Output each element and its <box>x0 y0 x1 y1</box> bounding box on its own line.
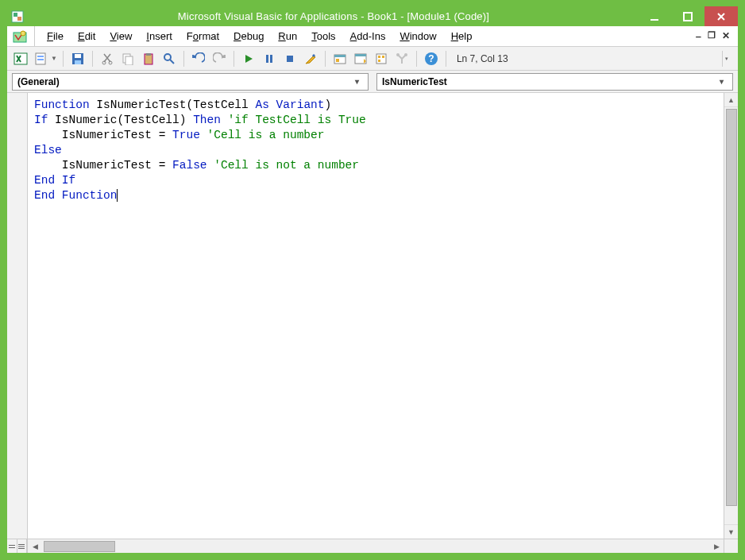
toolbar-separator <box>63 51 64 67</box>
scroll-right-arrow-icon[interactable]: ▶ <box>709 539 724 553</box>
chevron-down-icon: ▾ <box>350 77 363 86</box>
insert-module-button[interactable] <box>33 50 50 68</box>
properties-window-button[interactable] <box>352 50 369 68</box>
svg-rect-40 <box>18 546 25 546</box>
scroll-corner <box>724 539 738 553</box>
redo-button[interactable] <box>210 50 228 68</box>
toolbar-separator <box>234 51 234 67</box>
svg-rect-17 <box>125 56 133 65</box>
svg-rect-30 <box>378 56 380 58</box>
toolbar-separator <box>416 51 417 67</box>
svg-rect-21 <box>266 55 268 63</box>
svg-point-34 <box>404 53 407 56</box>
window-title: Microsoft Visual Basic for Applications … <box>29 10 638 22</box>
svg-rect-38 <box>9 547 15 548</box>
svg-rect-4 <box>684 13 692 21</box>
svg-rect-19 <box>146 53 151 56</box>
mdi-restore-button[interactable]: ❐ <box>708 30 716 42</box>
menu-view[interactable]: View <box>103 29 138 44</box>
procedure-dropdown[interactable]: IsNumericTest ▾ <box>376 73 733 91</box>
reset-button[interactable] <box>281 50 299 68</box>
scroll-left-arrow-icon[interactable]: ◀ <box>28 539 42 553</box>
procedure-view-button[interactable] <box>7 539 17 553</box>
svg-rect-22 <box>270 55 272 63</box>
menu-file[interactable]: File <box>41 29 70 44</box>
menu-addins[interactable]: Add-Ins <box>344 29 392 44</box>
svg-rect-10 <box>37 59 44 60</box>
find-button[interactable] <box>160 50 178 68</box>
svg-rect-41 <box>18 548 25 549</box>
svg-rect-39 <box>18 544 25 545</box>
window-controls <box>638 6 738 26</box>
scroll-down-arrow-icon[interactable]: ▼ <box>724 524 738 539</box>
object-dropdown-value: (General) <box>17 76 60 87</box>
menu-edit[interactable]: Edit <box>71 29 102 44</box>
object-browser-button[interactable] <box>372 50 390 68</box>
svg-rect-3 <box>650 19 658 21</box>
mdi-minimize-button[interactable]: – <box>696 30 701 42</box>
undo-button[interactable] <box>190 50 207 68</box>
maximize-button[interactable] <box>671 6 704 26</box>
svg-rect-28 <box>355 54 366 56</box>
margin-indicator-bar[interactable] <box>7 93 28 553</box>
design-mode-button[interactable] <box>302 50 319 68</box>
toolbar-separator <box>183 51 184 67</box>
cut-button[interactable] <box>98 50 116 68</box>
vertical-scrollbar[interactable]: ▲ ▼ <box>724 93 738 539</box>
horizontal-scroll-thumb[interactable] <box>44 541 115 552</box>
code-viewport: Function IsNumericTest(TestCell As Varia… <box>28 93 738 553</box>
svg-rect-29 <box>376 54 386 64</box>
mdi-controls: – ❐ ✕ <box>696 30 733 42</box>
paste-button[interactable] <box>140 50 157 68</box>
chevron-down-icon: ▾ <box>715 77 728 86</box>
svg-rect-9 <box>37 56 44 57</box>
svg-rect-12 <box>75 54 81 58</box>
break-button[interactable] <box>261 50 278 68</box>
svg-rect-1 <box>14 13 17 17</box>
svg-point-33 <box>396 53 400 56</box>
project-explorer-button[interactable] <box>331 50 349 68</box>
toolbar-tail: ▾ <box>722 51 733 67</box>
menu-insert[interactable]: Insert <box>140 29 179 44</box>
copy-button[interactable] <box>119 50 137 68</box>
procedure-dropdown-value: IsNumericTest <box>382 76 447 87</box>
svg-point-6 <box>21 31 25 36</box>
close-button[interactable] <box>704 6 738 26</box>
svg-rect-25 <box>334 55 345 57</box>
menu-separator <box>34 26 37 46</box>
toolbox-button[interactable] <box>393 50 411 68</box>
cursor-position-label: Ln 7, Col 13 <box>457 53 508 64</box>
menu-tools[interactable]: Tools <box>305 29 342 44</box>
full-module-view-button[interactable] <box>17 539 28 553</box>
minimize-button[interactable] <box>638 6 671 26</box>
titlebar: Microsoft Visual Basic for Applications … <box>7 6 738 26</box>
code-editor[interactable]: Function IsNumericTest(TestCell As Varia… <box>28 93 724 539</box>
run-button[interactable] <box>240 50 257 68</box>
vertical-scroll-thumb[interactable] <box>726 109 737 506</box>
menu-format[interactable]: Format <box>180 29 226 44</box>
toolbar-overflow-button[interactable]: ▾ <box>722 51 730 67</box>
save-button[interactable] <box>69 50 87 68</box>
menu-run[interactable]: Run <box>272 29 303 44</box>
menu-debug[interactable]: Debug <box>227 29 270 44</box>
vba-icon <box>10 10 25 24</box>
code-selectors: (General) ▾ IsNumericTest ▾ <box>7 71 738 93</box>
svg-rect-31 <box>382 56 384 58</box>
dropdown-arrow-icon[interactable]: ▼ <box>51 55 57 62</box>
toolbar: ▼ <box>7 47 738 71</box>
horizontal-scrollbar[interactable]: ◀ ▶ <box>28 539 724 553</box>
toolbar-separator <box>92 51 93 67</box>
help-button[interactable]: ? <box>423 50 440 68</box>
svg-rect-2 <box>17 17 21 21</box>
mdi-close-button[interactable]: ✕ <box>722 30 730 42</box>
menu-window[interactable]: Window <box>393 29 442 44</box>
toolbar-separator <box>325 51 326 67</box>
object-dropdown[interactable]: (General) ▾ <box>12 73 369 91</box>
view-excel-button[interactable] <box>12 50 29 68</box>
scroll-up-arrow-icon[interactable]: ▲ <box>724 93 738 107</box>
svg-rect-37 <box>9 545 15 546</box>
code-area: Function IsNumericTest(TestCell As Varia… <box>7 93 738 553</box>
menu-help[interactable]: Help <box>445 29 479 44</box>
vba-small-icon <box>12 29 28 44</box>
svg-rect-26 <box>336 59 339 62</box>
